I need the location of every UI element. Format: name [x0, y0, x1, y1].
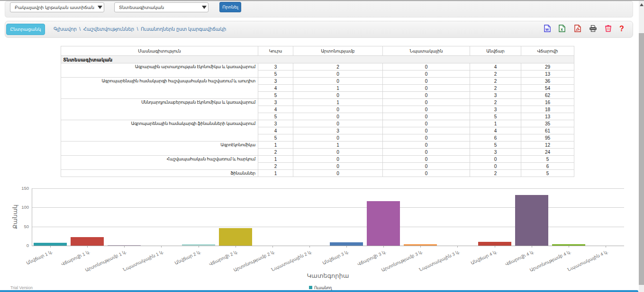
svg-text:x: x [561, 27, 563, 32]
svg-text:w: w [545, 27, 549, 32]
